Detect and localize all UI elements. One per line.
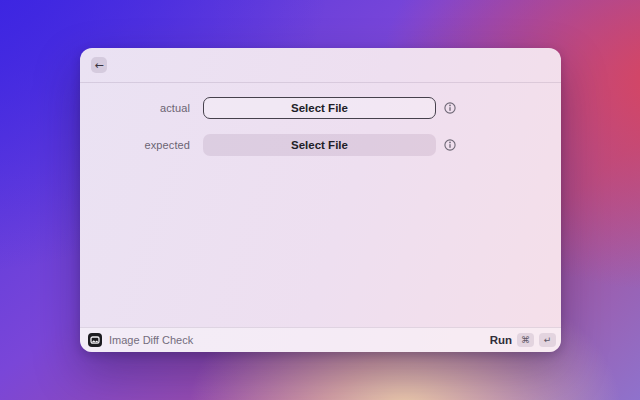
desktop-wallpaper: { "background": { "gradient_colors": ["#… <box>0 0 640 400</box>
field-label-actual: actual <box>80 102 190 114</box>
run-label: Run <box>490 334 512 346</box>
field-label-expected: expected <box>80 139 190 151</box>
form-row-expected: expected Select File <box>80 134 561 156</box>
form-row-actual: actual Select File <box>80 97 561 119</box>
form-content: actual Select File expected Select File <box>80 83 561 327</box>
action-bar: Image Diff Check Run ⌘ ↵ <box>80 327 561 352</box>
app-window: ← actual Select File expected Select Fil… <box>80 48 561 352</box>
command-key-icon: ⌘ <box>517 333 534 347</box>
back-arrow-icon: ← <box>94 60 103 71</box>
select-file-button-actual[interactable]: Select File <box>203 97 436 119</box>
return-key-icon: ↵ <box>539 333 556 347</box>
back-button[interactable]: ← <box>91 57 107 73</box>
info-icon[interactable] <box>444 139 456 151</box>
image-app-icon <box>88 333 102 347</box>
command-title: Image Diff Check <box>109 334 193 346</box>
select-file-button-expected[interactable]: Select File <box>203 134 436 156</box>
window-header: ← <box>80 48 561 83</box>
info-icon[interactable] <box>444 102 456 114</box>
run-button[interactable]: Run ⌘ ↵ <box>490 333 556 347</box>
